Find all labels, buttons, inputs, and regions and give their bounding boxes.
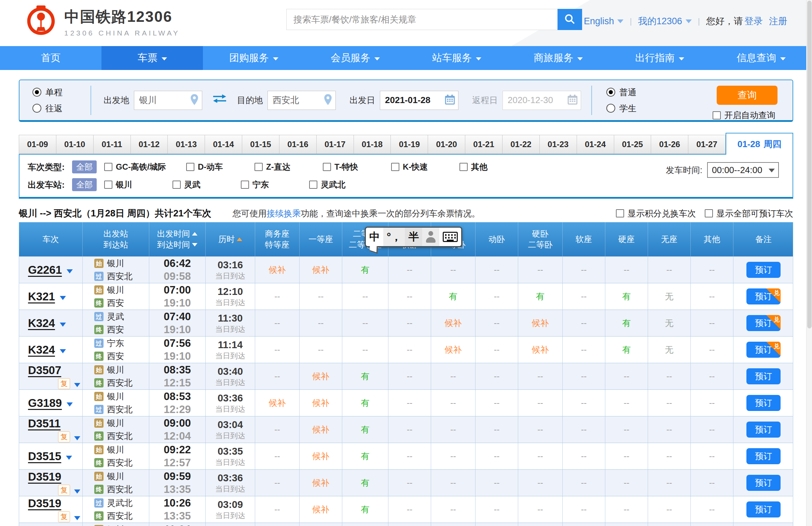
book-button[interactable]: 预订兑 [746, 342, 781, 358]
login-link[interactable]: 登录 [744, 15, 763, 27]
date-tab[interactable]: 01-18 [354, 135, 391, 154]
book-button[interactable]: 预订 [746, 475, 781, 491]
train-link[interactable]: D3507 [28, 364, 61, 377]
auto-query-toggle[interactable]: 开启自动查询 [713, 110, 784, 121]
round-trip-radio[interactable]: 往返 [32, 103, 91, 114]
ime-punctuation-mode[interactable]: °， [383, 228, 405, 246]
register-link[interactable]: 注册 [769, 15, 787, 27]
ime-language-mode[interactable]: 中 [366, 228, 383, 246]
nav-item-travel-guide[interactable]: 出行指南 [609, 46, 711, 70]
train-type-option[interactable]: K-快速 [391, 161, 459, 172]
date-tab[interactable]: 01-17 [317, 135, 354, 154]
search-input[interactable] [286, 9, 558, 30]
train-link[interactable]: G2261 [28, 264, 62, 276]
nav-item-home[interactable]: 首页 [0, 46, 101, 70]
expand-row-icon[interactable] [74, 436, 80, 440]
book-button[interactable]: 预订 [746, 448, 781, 464]
train-type-option[interactable]: Z-直达 [254, 161, 323, 172]
date-tab[interactable]: 01-13 [168, 135, 205, 154]
date-tab[interactable]: 01-16 [279, 135, 317, 154]
ime-width-mode[interactable]: 半 [405, 228, 422, 246]
date-tab[interactable]: 01-14 [205, 135, 242, 154]
train-link[interactable]: D3515 [28, 450, 61, 463]
depart-station-option[interactable]: 宁东 [241, 179, 309, 190]
date-tab[interactable]: 01-12 [131, 135, 168, 154]
expand-row-icon[interactable] [67, 402, 73, 407]
train-link[interactable]: G3189 [28, 397, 62, 410]
my12306-menu[interactable]: 我的12306 [638, 15, 692, 27]
calendar-icon[interactable] [444, 94, 456, 107]
date-tab[interactable]: 01-11 [94, 135, 131, 154]
swap-stations-icon[interactable] [212, 94, 228, 107]
date-tab[interactable]: 01-15 [242, 135, 279, 154]
train-type-option[interactable]: 其他 [459, 161, 528, 172]
train-type-option[interactable]: GC-高铁/城际 [104, 161, 186, 172]
train-type-option[interactable]: D-动车 [186, 161, 254, 172]
date-tab[interactable]: 01-23 [540, 135, 577, 154]
nav-item-member-services[interactable]: 会员服务 [304, 46, 406, 70]
show-points-trains-toggle[interactable]: 显示积分兑换车次 [616, 208, 696, 219]
date-tab[interactable]: 01-10 [56, 135, 94, 154]
date-tab-active[interactable]: 01-28周四 [726, 133, 793, 155]
book-button[interactable]: 预订 [746, 368, 781, 384]
book-button[interactable]: 预订兑 [746, 288, 781, 304]
date-tab[interactable]: 01-26 [651, 135, 688, 154]
query-button[interactable]: 查询 [717, 86, 777, 105]
depart-time-select[interactable]: 00:00--24:00 [707, 162, 779, 178]
book-button[interactable]: 预订 [746, 422, 781, 438]
train-link[interactable]: K324 [28, 343, 55, 356]
date-tab[interactable]: 01-19 [391, 135, 428, 154]
date-tab[interactable]: 01-20 [428, 135, 465, 154]
train-link[interactable]: D3519 [28, 497, 61, 510]
nav-item-business-travel[interactable]: 商旅服务 [508, 46, 609, 70]
date-tab[interactable]: 01-25 [614, 135, 651, 154]
ime-user-button[interactable] [422, 228, 439, 246]
expand-row-icon[interactable] [60, 323, 66, 327]
date-tab[interactable]: 01-27 [688, 135, 726, 154]
train-link[interactable]: K324 [28, 317, 55, 330]
expand-row-icon[interactable] [74, 489, 80, 494]
book-button[interactable]: 预订 [746, 395, 781, 411]
expand-row-icon[interactable] [74, 383, 80, 387]
site-logo[interactable]: 中国铁路12306 12306 CHINA RAILWAY [25, 5, 180, 39]
train-link[interactable]: D3511 [28, 417, 60, 430]
scrollbar-track[interactable] [806, 0, 812, 526]
ime-keyboard-button[interactable] [439, 228, 461, 246]
train-type-option[interactable]: T-特快 [323, 161, 391, 172]
date-tab[interactable]: 01-22 [503, 135, 540, 154]
nav-item-group-services[interactable]: 团购服务 [203, 46, 304, 70]
expand-row-icon[interactable] [67, 269, 73, 273]
nav-item-tickets[interactable]: 车票 [101, 46, 203, 70]
depart-station-option[interactable]: 灵武 [173, 179, 241, 190]
duration: 03:04 [218, 418, 243, 431]
depart-station-option[interactable]: 银川 [104, 179, 173, 190]
date-tab[interactable]: 01-09 [19, 135, 56, 154]
sort-descending-icon[interactable] [192, 243, 197, 246]
train-link[interactable]: D3519 [28, 470, 61, 483]
depart-station-all-badge[interactable]: 全部 [72, 178, 97, 191]
expand-row-icon[interactable] [60, 296, 66, 300]
expand-row-icon[interactable] [74, 516, 80, 520]
transfer-link[interactable]: 接续换乘 [266, 209, 301, 218]
sort-ascending-icon[interactable] [192, 232, 197, 236]
expand-row-icon[interactable] [66, 456, 72, 460]
depart-station-option[interactable]: 灵武北 [309, 179, 377, 190]
scrollbar-thumb[interactable] [807, 1, 812, 328]
book-button[interactable]: 预订兑 [746, 315, 781, 331]
normal-passenger-radio[interactable]: 普通 [606, 87, 636, 98]
student-passenger-radio[interactable]: 学生 [606, 103, 636, 114]
sort-ascending-icon[interactable] [237, 238, 242, 241]
nav-item-info-query[interactable]: 信息查询 [711, 46, 812, 70]
one-way-radio[interactable]: 单程 [32, 87, 91, 98]
train-link[interactable]: K321 [28, 290, 55, 303]
date-tab[interactable]: 01-24 [577, 135, 614, 154]
nav-item-station-services[interactable]: 站车服务 [406, 46, 508, 70]
train-type-all-badge[interactable]: 全部 [72, 160, 97, 173]
date-tab[interactable]: 01-21 [465, 135, 503, 154]
search-button[interactable] [558, 9, 582, 30]
show-bookable-trains-toggle[interactable]: 显示全部可预订车次 [705, 208, 793, 219]
book-button[interactable]: 预订 [746, 262, 781, 278]
expand-row-icon[interactable] [60, 349, 66, 353]
language-menu[interactable]: English [584, 16, 624, 27]
book-button[interactable]: 预订 [746, 501, 781, 517]
